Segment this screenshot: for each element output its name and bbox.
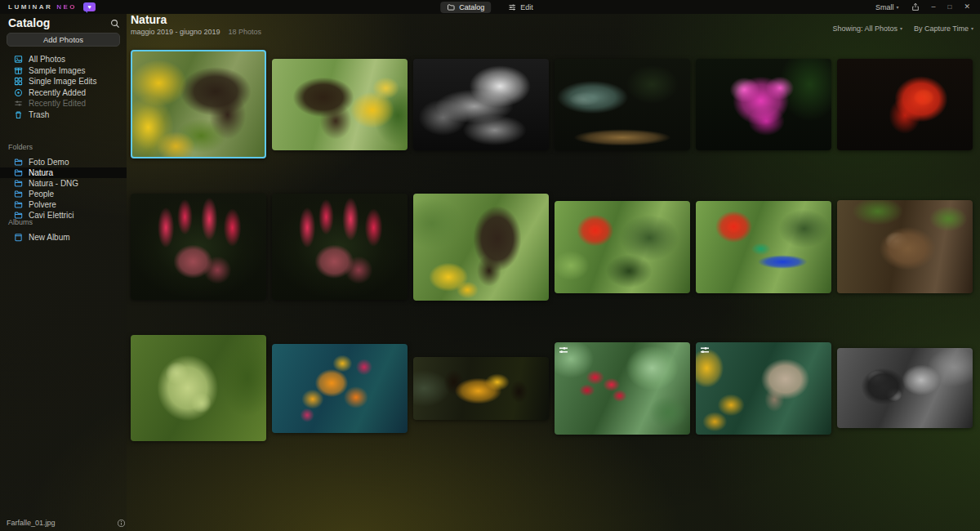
logo-text: LUMINAR NEO <box>8 3 77 11</box>
folder-polvere[interactable]: Polvere <box>0 199 127 210</box>
view-options: Showing: All Photos ▾ By Capture Time ▾ <box>832 25 973 33</box>
thumbnail-size-dropdown[interactable]: Small ▾ <box>875 3 899 11</box>
folder-label: Natura - DNG <box>29 178 78 189</box>
folder-icon <box>14 168 23 177</box>
showing-filter-value: Showing: All Photos <box>832 25 898 33</box>
albums-section: Albums New Album <box>0 218 127 243</box>
tab-edit[interactable]: Edit <box>501 2 540 13</box>
sidebar-item-recently-added[interactable]: Recently Added <box>0 87 127 99</box>
target-icon <box>14 88 23 97</box>
sidebar-title: Catalog <box>8 16 50 29</box>
selected-filename: Farfalle_01.jpg <box>7 519 56 527</box>
photo-thumbnail[interactable] <box>272 344 408 433</box>
image-icon <box>14 55 23 64</box>
album-new-album[interactable]: New Album <box>0 232 127 243</box>
grid-icon <box>14 77 23 86</box>
folder-label: Foto Demo <box>29 157 69 167</box>
chevron-down-icon: ▾ <box>897 5 899 10</box>
album-icon <box>14 233 23 242</box>
chevron-down-icon: ▾ <box>971 26 973 31</box>
photo-thumbnail[interactable] <box>696 342 831 435</box>
photo-count: 18 Photos <box>229 28 262 36</box>
photo-thumbnail[interactable] <box>131 194 266 300</box>
folder-icon <box>447 3 455 11</box>
photo-thumbnail[interactable] <box>837 348 973 428</box>
sliders-icon <box>14 99 23 108</box>
album-label: New Album <box>29 232 70 243</box>
window-controls: Small ▾ – □ ✕ <box>875 0 980 14</box>
photo-row <box>131 49 980 159</box>
photo-thumbnail[interactable] <box>696 59 831 150</box>
photo-thumbnail[interactable] <box>837 59 973 150</box>
folders-section: Folders Foto Demo Natura Natura - DNG Pe… <box>0 143 127 221</box>
folder-icon <box>14 179 23 188</box>
edited-badge-icon <box>559 346 568 354</box>
tab-label: Edit <box>520 3 533 11</box>
chevron-down-icon: ▾ <box>900 26 902 31</box>
heart-badge-icon[interactable]: ♥ <box>83 2 96 11</box>
photo-row <box>131 334 980 442</box>
tab-catalog[interactable]: Catalog <box>440 2 491 13</box>
mode-tabs: Catalog Edit <box>440 0 540 14</box>
size-value: Small <box>875 3 894 11</box>
photo-thumbnail[interactable] <box>413 357 549 420</box>
sidebar: Catalog Add Photos All Photos Sample Ima… <box>0 14 127 531</box>
sidebar-item-all-photos[interactable]: All Photos <box>0 54 127 65</box>
folder-label: Natura <box>29 167 53 178</box>
photo-thumbnail[interactable] <box>413 194 549 301</box>
folders-label: Folders <box>0 143 127 151</box>
share-icon[interactable] <box>911 2 920 11</box>
folder-foto-demo[interactable]: Foto Demo <box>0 157 127 167</box>
folder-icon <box>14 200 23 209</box>
sidebar-item-single-image-edits[interactable]: Single Image Edits <box>0 76 127 87</box>
luminar-neo-window: LUMINAR NEO ♥ Catalog Edit <box>0 0 980 531</box>
search-icon[interactable] <box>110 19 120 29</box>
photo-row <box>131 193 980 301</box>
add-photos-button[interactable]: Add Photos <box>7 33 120 47</box>
photo-thumbnail[interactable] <box>272 194 408 300</box>
titlebar: LUMINAR NEO ♥ Catalog Edit <box>0 0 980 14</box>
sidebar-item-recently-edited[interactable]: Recently Edited <box>0 98 127 109</box>
gift-icon <box>14 66 23 75</box>
sidebar-item-trash[interactable]: Trash <box>0 109 127 121</box>
showing-filter-dropdown[interactable]: Showing: All Photos ▾ <box>832 25 902 33</box>
close-button[interactable]: ✕ <box>964 3 970 11</box>
sidebar-item-label: Trash <box>29 110 49 119</box>
sliders-icon <box>508 3 516 11</box>
photo-thumbnail[interactable] <box>413 59 549 150</box>
date-range: maggio 2019 - giugno 2019 <box>131 28 220 36</box>
photo-thumbnail[interactable] <box>131 335 266 441</box>
sidebar-item-label: Sample Images <box>29 66 85 75</box>
photo-thumbnail[interactable] <box>837 200 973 293</box>
info-icon[interactable] <box>117 519 126 528</box>
page-title: Natura <box>131 13 167 26</box>
sidebar-item-sample-images[interactable]: Sample Images <box>0 65 127 77</box>
app-logo: LUMINAR NEO ♥ <box>0 2 96 11</box>
sidebar-item-label: Recently Edited <box>29 99 86 108</box>
folder-label: Polvere <box>29 199 56 210</box>
folder-natura[interactable]: Natura <box>0 167 127 178</box>
albums-label: Albums <box>0 218 127 226</box>
sidebar-item-label: Recently Added <box>29 88 86 97</box>
photo-thumbnail[interactable] <box>555 59 690 150</box>
folder-label: People <box>29 189 54 199</box>
tab-label: Catalog <box>459 3 484 11</box>
page-subtitle: maggio 2019 - giugno 201918 Photos <box>131 28 261 36</box>
sort-order-dropdown[interactable]: By Capture Time ▾ <box>914 25 973 33</box>
photo-thumbnail[interactable] <box>272 59 408 150</box>
folder-icon <box>14 158 23 167</box>
sidebar-nav: All Photos Sample Images Single Image Ed… <box>0 54 127 120</box>
photo-thumbnail-selected[interactable] <box>131 50 266 158</box>
photo-thumbnail[interactable] <box>555 201 690 293</box>
edited-badge-icon <box>700 346 710 354</box>
sort-order-value: By Capture Time <box>914 25 969 33</box>
maximize-button[interactable]: □ <box>948 4 952 11</box>
photo-thumbnail[interactable] <box>555 342 690 435</box>
minimize-button[interactable]: – <box>932 3 936 11</box>
sidebar-item-label: Single Image Edits <box>29 77 96 86</box>
folder-natura-dng[interactable]: Natura - DNG <box>0 178 127 189</box>
photo-thumbnail[interactable] <box>696 201 831 293</box>
sidebar-item-label: All Photos <box>29 55 65 64</box>
folder-icon <box>14 190 23 199</box>
folder-people[interactable]: People <box>0 189 127 199</box>
